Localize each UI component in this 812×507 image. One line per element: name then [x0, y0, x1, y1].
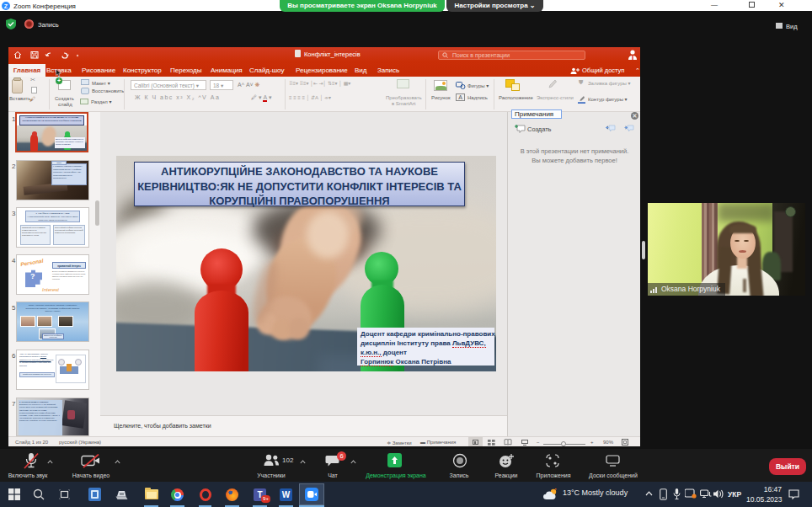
svg-text:Z: Z — [4, 3, 8, 9]
